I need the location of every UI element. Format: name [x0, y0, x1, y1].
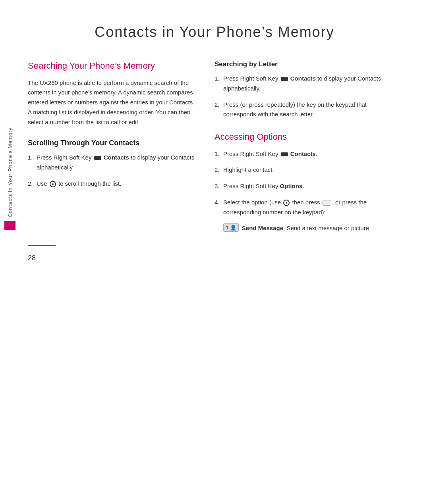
page-title: Contacts in Your Phone’s Memory: [0, 24, 429, 40]
sidebar: Contacts in Your Phone’s Memory: [0, 79, 20, 278]
page-number: 28: [28, 254, 429, 262]
letter-item-1: 1. Press Right Soft Key Contacts to disp…: [214, 74, 381, 94]
scroll-item-1: 1. Press Right Soft Key Contacts to disp…: [28, 153, 195, 173]
scroll-item-2: 2. Use to scroll through the list.: [28, 179, 195, 189]
nav-icon-1: [50, 181, 56, 187]
contacts-bold-1: Contacts: [104, 154, 129, 161]
page-container: Contacts in Your Phone’s Memory Contacts…: [0, 0, 429, 504]
access-item-4: 4. Select the option (use then press , o…: [214, 198, 381, 217]
badge-icon-1: 1 👤: [223, 223, 239, 232]
send-message-text: Send Message: Send a text message or pic…: [242, 223, 369, 233]
page-divider: [28, 245, 56, 246]
section-heading-searching: Searching Your Phone’s Memory: [28, 60, 195, 72]
small-key-icon: [323, 200, 331, 206]
options-bold: Options: [280, 183, 303, 189]
soft-key-icon-1: [94, 156, 101, 160]
content-area: Searching Your Phone’s Memory The UX260 …: [28, 60, 405, 233]
right-column: Searching by Letter 1. Press Right Soft …: [214, 60, 381, 233]
section-heading-accessing: Accessing Options: [214, 131, 381, 143]
contacts-bold-3: Contacts: [290, 150, 316, 157]
access-item-3: 3. Press Right Soft Key Options.: [214, 181, 381, 191]
soft-key-icon-3: [281, 152, 288, 156]
access-item-2: 2. Highlight a contact.: [214, 165, 381, 175]
section-heading-scrolling: Scrolling Through Your Contacts: [28, 139, 195, 147]
access-item-1: 1. Press Right Soft Key Contacts.: [214, 149, 381, 159]
searching-body-text: The UX260 phone is able to perform a dyn…: [28, 78, 195, 127]
nav-icon-2: [283, 200, 290, 206]
soft-key-icon-2: [281, 77, 288, 81]
contacts-bold-2: Contacts: [290, 75, 316, 82]
badge-item-send-message: 1 👤 Send Message: Send a text message or…: [223, 223, 381, 233]
sidebar-text: Contacts in Your Phone’s Memory: [7, 127, 13, 217]
section-heading-by-letter: Searching by Letter: [214, 60, 381, 68]
letter-item-2: 2. Press (or press repeatedly) the key o…: [214, 100, 381, 120]
left-column: Searching Your Phone’s Memory The UX260 …: [28, 60, 195, 233]
sidebar-bar: [4, 221, 15, 230]
